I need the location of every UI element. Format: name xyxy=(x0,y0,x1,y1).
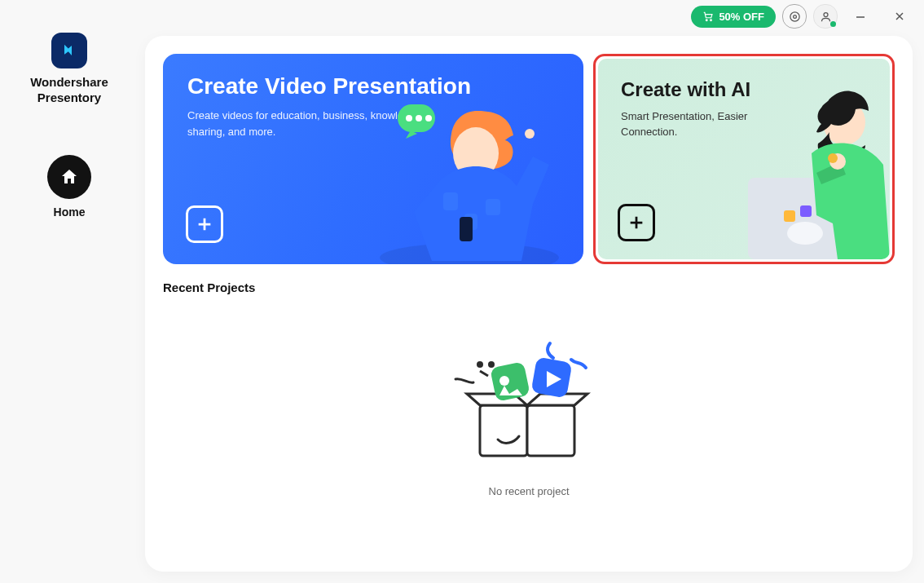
svg-rect-26 xyxy=(527,405,574,456)
close-button[interactable] xyxy=(883,0,916,33)
empty-box-icon xyxy=(447,335,610,474)
offer-button[interactable]: 50% OFF xyxy=(691,6,776,28)
nav-home-button[interactable] xyxy=(47,155,91,199)
svg-point-4 xyxy=(824,12,828,16)
svg-point-15 xyxy=(425,115,432,121)
create-ai-highlight: Create with AI Smart Presentation, Easie… xyxy=(593,54,895,264)
svg-point-14 xyxy=(416,115,422,121)
person-illustration-icon xyxy=(355,54,583,264)
offer-label: 50% OFF xyxy=(719,11,764,23)
svg-point-22 xyxy=(828,153,838,163)
brand-name: Wondershare Presentory xyxy=(30,75,108,106)
user-avatar[interactable] xyxy=(813,4,838,29)
plus-icon xyxy=(618,204,655,241)
create-ai-card[interactable]: Create with AI Smart Presentation, Easie… xyxy=(598,59,890,259)
settings-icon[interactable] xyxy=(782,4,807,29)
recent-projects-heading: Recent Projects xyxy=(163,280,895,294)
svg-point-3 xyxy=(793,15,796,18)
svg-point-0 xyxy=(706,20,708,21)
svg-rect-11 xyxy=(460,217,473,241)
svg-rect-27 xyxy=(490,361,530,402)
svg-point-10 xyxy=(525,129,535,139)
minimize-button[interactable] xyxy=(844,0,877,33)
recent-projects-empty: No recent project xyxy=(163,303,895,497)
ai-person-illustration-icon xyxy=(743,88,890,259)
svg-rect-18 xyxy=(800,205,812,217)
svg-rect-9 xyxy=(486,199,500,215)
plus-icon xyxy=(186,205,223,243)
sidebar-nav: Home xyxy=(47,155,91,219)
svg-point-2 xyxy=(790,11,799,20)
svg-rect-17 xyxy=(784,210,795,222)
app-logo-icon xyxy=(51,33,87,68)
svg-point-23 xyxy=(477,361,483,368)
nav-home-label: Home xyxy=(54,205,86,219)
svg-point-28 xyxy=(499,376,509,386)
main-panel: Create Video Presentation Create videos … xyxy=(145,36,913,572)
svg-rect-25 xyxy=(480,405,527,456)
titlebar: 50% OFF xyxy=(0,0,924,33)
svg-point-1 xyxy=(711,20,712,21)
svg-point-24 xyxy=(488,361,495,368)
svg-rect-7 xyxy=(443,192,458,210)
empty-text: No recent project xyxy=(489,485,570,497)
create-video-card[interactable]: Create Video Presentation Create videos … xyxy=(163,54,583,264)
home-icon xyxy=(59,167,79,187)
svg-point-13 xyxy=(406,115,412,121)
svg-point-19 xyxy=(787,222,823,245)
cart-icon xyxy=(702,11,714,22)
sidebar: Wondershare Presentory Home xyxy=(0,0,139,583)
create-cards: Create Video Presentation Create videos … xyxy=(163,54,895,264)
